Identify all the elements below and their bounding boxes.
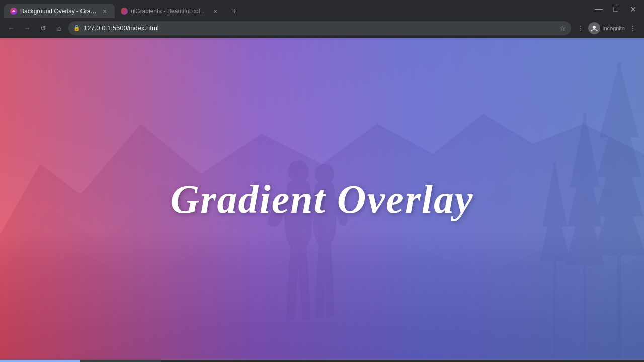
bottom-bar	[0, 360, 644, 362]
svg-point-1	[593, 26, 596, 29]
tab-2-title: uiGradients - Beautiful colored g	[131, 8, 208, 15]
hero-text-label: Gradient Overlay	[170, 177, 473, 221]
tab-1-close[interactable]: ✕	[101, 7, 109, 15]
window-controls: — □ ✕	[592, 2, 640, 16]
title-bar: Background Overlay - Gradient ✕ uiGradie…	[0, 0, 644, 18]
tab-2-favicon	[121, 8, 128, 15]
incognito-label: Incognito	[602, 25, 625, 31]
new-tab-button[interactable]: +	[227, 4, 242, 18]
refresh-button[interactable]: ↺	[36, 21, 50, 35]
tab-2[interactable]: uiGradients - Beautiful colored g ✕	[115, 4, 225, 18]
extensions-button[interactable]: ⋮	[573, 21, 587, 35]
tab-1[interactable]: Background Overlay - Gradient ✕	[4, 4, 115, 18]
browser-window: Background Overlay - Gradient ✕ uiGradie…	[0, 0, 644, 362]
nav-right: ⋮ Incognito ⋮	[573, 21, 640, 35]
address-bar[interactable]: 🔒 127.0.0.1:5500/index.html ☆	[68, 21, 571, 35]
nav-bar: ← → ↺ ⌂ 🔒 127.0.0.1:5500/index.html ☆ ⋮ …	[0, 18, 644, 38]
maximize-button[interactable]: □	[609, 2, 623, 16]
lock-icon: 🔒	[73, 25, 80, 31]
minimize-button[interactable]: —	[592, 2, 606, 16]
tab-strip: Background Overlay - Gradient ✕ uiGradie…	[4, 0, 588, 18]
forward-button[interactable]: →	[20, 21, 34, 35]
tab-1-title: Background Overlay - Gradient	[20, 8, 98, 15]
close-button[interactable]: ✕	[626, 2, 640, 16]
back-button[interactable]: ←	[4, 21, 18, 35]
tab-2-close[interactable]: ✕	[211, 7, 219, 15]
content-area: Gradient Overlay	[0, 38, 644, 360]
address-text: 127.0.0.1:5500/index.html	[84, 24, 556, 32]
home-button[interactable]: ⌂	[52, 21, 66, 35]
tab-indicator-2	[80, 360, 161, 362]
tab-indicator	[0, 360, 80, 362]
tab-1-favicon	[10, 8, 17, 15]
hero-text: Gradient Overlay	[170, 176, 473, 222]
bookmark-icon[interactable]: ☆	[559, 24, 566, 32]
profile-button[interactable]	[588, 22, 600, 34]
menu-button[interactable]: ⋮	[626, 21, 640, 35]
